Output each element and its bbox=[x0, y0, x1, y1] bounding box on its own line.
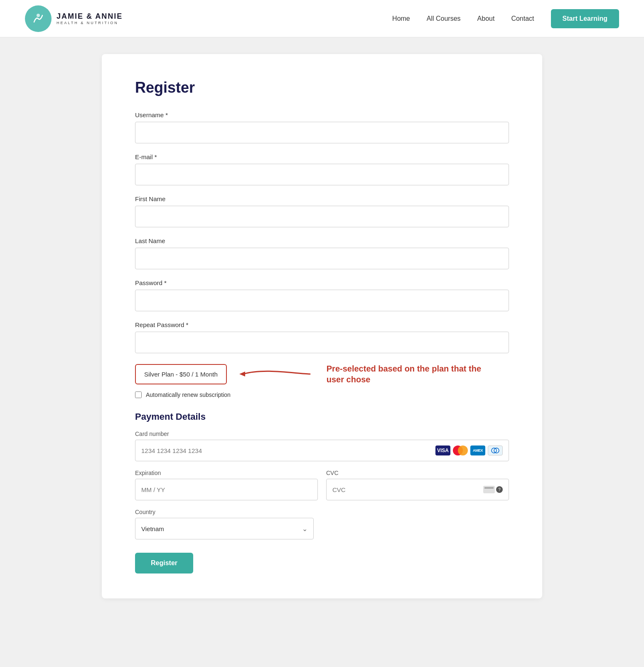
card-number-input-wrap: VISA AMEX bbox=[135, 440, 509, 461]
arrow-annotation bbox=[239, 366, 314, 382]
logo-subtitle: HEALTH & NUTRITION bbox=[57, 21, 123, 25]
chevron-down-icon: ⌄ bbox=[302, 525, 307, 533]
logo-icon bbox=[25, 5, 52, 32]
cvc-input[interactable] bbox=[332, 486, 483, 493]
logo-area: JAMIE & ANNIE HEALTH & NUTRITION bbox=[25, 5, 123, 32]
last-name-input[interactable] bbox=[135, 248, 509, 269]
repeat-password-input[interactable] bbox=[135, 332, 509, 353]
nav-all-courses[interactable]: All Courses bbox=[427, 15, 461, 22]
email-label: E-mail * bbox=[135, 153, 509, 160]
cvc-card-shape bbox=[483, 486, 495, 493]
country-label: Country bbox=[135, 509, 509, 515]
logo-title: JAMIE & ANNIE bbox=[57, 12, 123, 21]
email-group: E-mail * bbox=[135, 153, 509, 185]
last-name-label: Last Name bbox=[135, 237, 509, 244]
start-learning-button[interactable]: Start Learning bbox=[551, 9, 619, 28]
auto-renew-row: Automatically renew subscription bbox=[135, 391, 509, 398]
country-select-wrap: Vietnam United States United Kingdom Aus… bbox=[135, 518, 314, 539]
expiration-label: Expiration bbox=[135, 470, 318, 476]
svg-point-1 bbox=[37, 14, 40, 17]
country-select[interactable]: Vietnam United States United Kingdom Aus… bbox=[141, 525, 302, 532]
nav-about[interactable]: About bbox=[477, 15, 495, 22]
expiration-group: Expiration bbox=[135, 470, 318, 500]
first-name-label: First Name bbox=[135, 195, 509, 202]
card-number-label: Card number bbox=[135, 431, 509, 437]
nav-contact[interactable]: Contact bbox=[511, 15, 534, 22]
auto-renew-checkbox[interactable] bbox=[135, 391, 142, 398]
username-label: Username * bbox=[135, 111, 509, 118]
card-icons: VISA AMEX bbox=[435, 445, 503, 455]
cvc-input-wrap: ? bbox=[326, 479, 509, 500]
repeat-password-group: Repeat Password * bbox=[135, 321, 509, 353]
header: JAMIE & ANNIE HEALTH & NUTRITION Home Al… bbox=[0, 0, 644, 37]
exp-cvc-row: Expiration CVC ? bbox=[135, 470, 509, 500]
register-title: Register bbox=[135, 79, 509, 96]
cvc-info-badge: ? bbox=[496, 486, 503, 493]
register-button[interactable]: Register bbox=[135, 553, 193, 573]
username-group: Username * bbox=[135, 111, 509, 143]
card-number-input[interactable] bbox=[141, 447, 435, 454]
cvc-group: CVC ? bbox=[326, 470, 509, 500]
amex-icon: AMEX bbox=[470, 445, 485, 455]
card-number-group: Card number VISA AMEX bbox=[135, 431, 509, 461]
nav-home[interactable]: Home bbox=[392, 15, 410, 22]
main-content: Register Username * E-mail * First Name … bbox=[0, 37, 644, 632]
cvc-icon: ? bbox=[483, 486, 503, 493]
password-input[interactable] bbox=[135, 290, 509, 311]
visa-icon: VISA bbox=[435, 445, 450, 455]
email-input[interactable] bbox=[135, 164, 509, 185]
expiration-input-wrap bbox=[135, 479, 318, 500]
payment-title: Payment Details bbox=[135, 411, 509, 422]
logo-text: JAMIE & ANNIE HEALTH & NUTRITION bbox=[57, 12, 123, 25]
repeat-password-label: Repeat Password * bbox=[135, 321, 509, 328]
username-input[interactable] bbox=[135, 122, 509, 143]
arrow-icon bbox=[239, 366, 314, 382]
plan-badge[interactable]: Silver Plan - $50 / 1 Month bbox=[135, 364, 227, 384]
mastercard-icon bbox=[453, 445, 468, 455]
plan-row: Silver Plan - $50 / 1 Month Pre-selected… bbox=[135, 363, 509, 385]
auto-renew-label: Automatically renew subscription bbox=[146, 391, 231, 398]
plan-annotation-text: Pre-selected based on the plan that the … bbox=[327, 363, 493, 385]
cvc-label: CVC bbox=[326, 470, 509, 476]
diners-svg bbox=[490, 447, 500, 454]
first-name-group: First Name bbox=[135, 195, 509, 227]
password-group: Password * bbox=[135, 279, 509, 311]
country-group: Country Vietnam United States United Kin… bbox=[135, 509, 509, 539]
first-name-input[interactable] bbox=[135, 206, 509, 227]
main-nav: Home All Courses About Contact Start Lea… bbox=[392, 9, 619, 28]
last-name-group: Last Name bbox=[135, 237, 509, 269]
expiration-input[interactable] bbox=[141, 486, 312, 493]
svg-marker-2 bbox=[239, 372, 245, 377]
register-card: Register Username * E-mail * First Name … bbox=[102, 54, 542, 598]
password-label: Password * bbox=[135, 279, 509, 286]
diners-icon bbox=[488, 445, 503, 455]
